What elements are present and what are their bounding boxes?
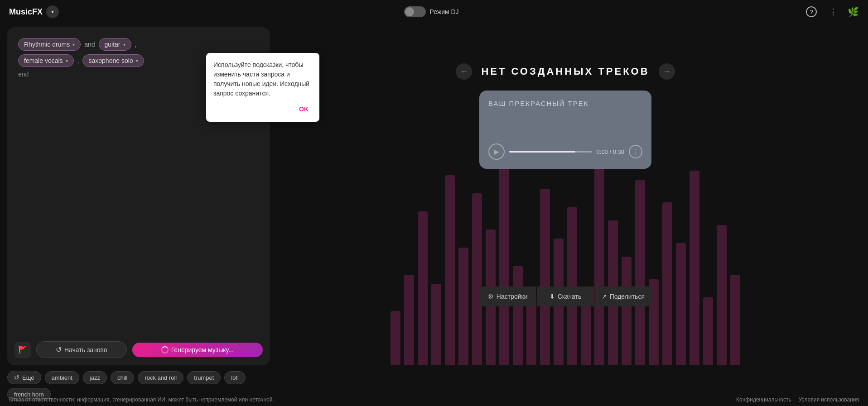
footer-disclaimer: Отказ от ответственности: информация, сг… [9,396,274,403]
chip-guitar[interactable]: guitar ▾ [99,38,131,51]
prompt-line-1: Rhythmic drums ▾ and guitar ▾ , [18,38,259,51]
footer-right: Конфиденциальность Условия использования [736,396,859,403]
share-icon: ↗ [602,293,607,300]
logo-dropdown-button[interactable]: ▾ [46,5,59,18]
flag-button[interactable]: 🚩 [14,342,31,358]
tooltip-ok-row: OK [213,104,312,115]
visualizer-bar [404,275,414,365]
visualizer-bar [676,243,686,365]
tooltip-dialog: Используйте подсказки, чтобы изменить ча… [206,53,319,122]
more-icon: ⋮ [829,7,837,17]
right-arrow-icon: → [663,67,671,76]
download-icon: ⬇ [550,293,555,300]
visualizer-bar [513,266,523,365]
chip-trumpet[interactable]: trumpet [187,371,221,384]
visualizer-bar [431,284,441,365]
more-chip[interactable]: ↺ Ещё [7,371,41,384]
no-tracks-text: НЕТ СОЗДАННЫХ ТРЕКОВ [481,66,649,77]
track-card: ВАШ ПРЕКРАСНЫЙ ТРЕК ▶ 0:00 / 0:30 ⋮ [479,91,651,169]
generate-label: Генерируем музыку... [171,346,234,353]
comma-2: , [77,57,79,64]
chip-jazz[interactable]: jazz [83,371,107,384]
chip-female-vocals[interactable]: female vocals ▾ [18,54,74,67]
visualizer-bar [635,180,645,365]
progress-bar[interactable] [509,151,592,153]
chip-ambient[interactable]: ambient [45,371,79,384]
no-tracks-section: ← НЕТ СОЗДАННЫХ ТРЕКОВ → [270,63,861,80]
tooltip-text: Используйте подсказки, чтобы изменить ча… [213,60,312,98]
chip-rhythmic-drums[interactable]: Rhythmic drums ▾ [18,38,81,51]
chip-lofi-label: lofi [231,374,239,381]
visualizer-bar [540,189,550,365]
tooltip-ok-button[interactable]: OK [295,104,312,115]
time-display: 0:00 / 0:30 [597,148,624,155]
restart-label: Начать заново [64,346,107,353]
play-button[interactable]: ▶ [488,143,505,160]
visualizer-bar [567,207,577,365]
visualizer-bar [690,171,699,365]
help-button[interactable]: ? [804,5,819,19]
track-more-icon: ⋮ [632,148,639,156]
track-title: ВАШ ПРЕКРАСНЫЙ ТРЕК [488,100,642,107]
dj-mode-toggle[interactable] [404,6,426,17]
settings-icon: ⚙ [488,293,494,300]
left-panel-bottom: 🚩 ↺ Начать заново Генерируем музыку... [14,341,263,358]
visualizer-bar [662,202,672,365]
logo-text: MusicFX [9,7,43,17]
header: MusicFX ▾ Режим DJ ? ⋮ 🌿 [0,0,868,24]
generate-button[interactable]: Генерируем музыку... [132,343,263,357]
generate-spinner [161,346,169,353]
visualizer-bar [445,175,455,365]
comma-1: , [135,41,137,48]
track-actions: ⚙ Настройки ⬇ Скачать ↗ Поделиться [479,287,651,306]
visualizer-bar [458,248,468,365]
play-icon: ▶ [494,148,499,155]
leaf-icon: 🌿 [848,6,859,17]
chip-lofi[interactable]: lofi [224,371,246,384]
chip-ambient-label: ambient [52,374,72,381]
chip-rock-and-roll-label: rock and roll [145,374,177,381]
download-label: Скачать [558,293,582,300]
terms-link[interactable]: Условия использования [799,396,859,403]
prev-track-button[interactable]: ← [456,63,472,80]
share-button[interactable]: ↗ Поделиться [595,287,651,306]
flag-icon: 🚩 [18,345,27,354]
chip-rock-and-roll[interactable]: rock and roll [138,371,183,384]
dj-toggle-container: Режим DJ [404,6,458,17]
suggestion-chips-row-1: ↺ Ещё ambient jazz chill rock and roll t… [7,371,861,384]
visualizer-bar [622,257,632,365]
right-panel: ← НЕТ СОЗДАННЫХ ТРЕКОВ → ВАШ ПРЕКРАСНЫЙ … [270,27,861,365]
visualizer-bar [391,311,400,365]
header-right: ? ⋮ 🌿 [804,5,859,19]
restart-button[interactable]: ↺ Начать заново [36,341,127,358]
chip-chill-label: chill [117,374,127,381]
track-more-button[interactable]: ⋮ [629,145,642,158]
more-options-button[interactable]: ⋮ [826,5,840,19]
track-player: ▶ 0:00 / 0:30 ⋮ [488,143,642,160]
visualizer-bar [472,193,482,365]
word-and: and [84,41,95,48]
refresh-icon: ↺ [14,374,19,381]
download-button[interactable]: ⬇ Скачать [537,287,593,306]
settings-button[interactable]: ⚙ Настройки [479,287,536,306]
chip-jazz-label: jazz [90,374,100,381]
more-label: Ещё [22,374,34,381]
settings-label: Настройки [497,293,528,300]
visualizer-bar [418,211,428,365]
visualizer-bar [581,302,591,365]
chip-chill[interactable]: chill [111,371,134,384]
chip-saxophone-solo[interactable]: saxophone solo ▾ [82,54,144,67]
header-left: MusicFX ▾ [9,5,59,18]
chip-trumpet-label: trumpet [194,374,214,381]
privacy-link[interactable]: Конфиденциальность [736,396,791,403]
visualizer-bar [717,225,727,365]
main-content: Rhythmic drums ▾ and guitar ▾ , female v… [0,24,868,365]
next-track-button[interactable]: → [659,63,675,80]
header-center: Режим DJ [404,6,458,17]
left-arrow-icon: ← [460,67,468,76]
dj-toggle-knob [405,7,414,16]
visualizer-bar [703,297,713,365]
visualizer-bar [730,275,740,365]
restart-icon: ↺ [56,345,62,354]
visualizer-bar [594,148,604,365]
